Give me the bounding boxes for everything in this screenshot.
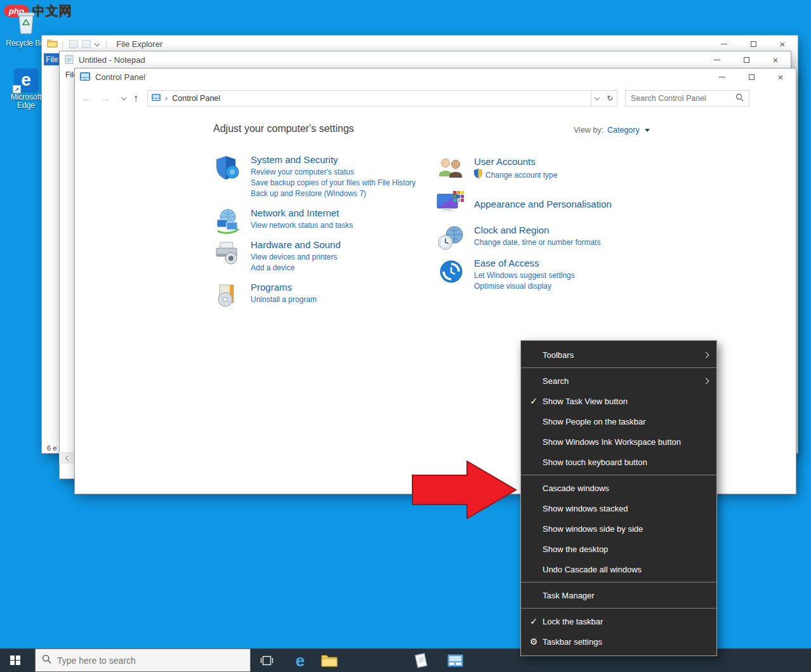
- forward-arrow-icon[interactable]: →: [100, 93, 110, 104]
- recent-pages-chevron-icon[interactable]: [121, 95, 126, 100]
- cp-minimize-button[interactable]: [708, 69, 737, 86]
- taskbar-notepad-icon[interactable]: [410, 649, 432, 672]
- category-ease-of-access: Ease of Access Let Windows suggest setti…: [437, 258, 575, 292]
- file-explorer-titlebar[interactable]: | | File Explorer ×: [42, 36, 798, 53]
- search-icon: [42, 654, 51, 666]
- taskbar-control-panel-icon[interactable]: [444, 649, 466, 672]
- fe-close-button[interactable]: ×: [768, 36, 797, 53]
- view-by-dropdown-icon[interactable]: [645, 129, 650, 132]
- menu-separator: [521, 608, 716, 609]
- menu-item-show-windows-stacked[interactable]: Show windows stacked: [521, 498, 716, 518]
- appearance-personalisation-icon[interactable]: [436, 189, 465, 218]
- taskbar-file-explorer-icon[interactable]: [319, 649, 340, 672]
- taskbar-search-input[interactable]: [57, 656, 244, 666]
- fe-status-text: 6 e: [47, 444, 56, 452]
- link-view-network-status[interactable]: View network status and tasks: [251, 220, 353, 231]
- edge-letter: e: [21, 70, 31, 90]
- menu-item-show-the-desktop[interactable]: Show the desktop: [521, 539, 716, 559]
- title-appearance-personalisation[interactable]: Appearance and Personalisation: [474, 199, 612, 209]
- notepad-titlebar[interactable]: Untitled - Notepad ×: [60, 51, 791, 69]
- menu-item-show-people[interactable]: Show People on the taskbar: [521, 411, 716, 432]
- menu-separator: [521, 367, 716, 368]
- category-network-and-internet: Network and Internet View network status…: [214, 208, 353, 238]
- link-optimise-visual-display[interactable]: Optimise visual display: [474, 281, 575, 292]
- fe-ribbon-file-tab[interactable]: File: [44, 53, 60, 65]
- menu-item-task-manager[interactable]: Task Manager: [521, 585, 716, 605]
- notepad-icon: [65, 54, 74, 66]
- link-file-history[interactable]: Save backup copies of your files with Fi…: [251, 178, 416, 188]
- task-view-button[interactable]: [256, 649, 277, 672]
- link-uninstall-a-program[interactable]: Uninstall a program: [251, 294, 317, 305]
- category-programs: Programs Uninstall a program: [214, 282, 317, 312]
- link-change-date-time[interactable]: Change date, time or number formats: [474, 237, 600, 248]
- taskbar-search-box[interactable]: [35, 649, 251, 672]
- title-clock-and-region[interactable]: Clock and Region: [474, 225, 600, 235]
- qat-customize-chevron-icon[interactable]: [95, 41, 100, 46]
- address-control-panel-icon: [152, 94, 161, 103]
- menu-item-lock-the-taskbar[interactable]: ✓ Lock the taskbar: [521, 611, 716, 631]
- user-accounts-icon[interactable]: [437, 156, 465, 184]
- menu-item-cascade-windows[interactable]: Cascade windows: [521, 478, 716, 498]
- menu-item-show-ink-workspace[interactable]: Show Windows Ink Workspace button: [521, 432, 716, 452]
- menu-item-toolbars[interactable]: Toolbars: [521, 345, 716, 365]
- file-explorer-title: File Explorer: [116, 39, 162, 49]
- refresh-button[interactable]: ↻: [603, 91, 617, 106]
- start-button[interactable]: [0, 649, 30, 672]
- title-network-and-internet[interactable]: Network and Internet: [251, 208, 353, 218]
- fe-maximize-button[interactable]: [739, 36, 768, 53]
- link-add-a-device[interactable]: Add a device: [251, 263, 341, 273]
- cp-search-input[interactable]: [631, 94, 735, 103]
- control-panel-icon: [80, 72, 90, 82]
- ease-of-access-icon[interactable]: [437, 258, 465, 292]
- network-internet-icon[interactable]: [214, 208, 242, 238]
- np-minimize-button[interactable]: [702, 51, 732, 69]
- back-arrow-icon[interactable]: ←: [81, 93, 91, 104]
- title-ease-of-access[interactable]: Ease of Access: [474, 258, 575, 268]
- programs-icon[interactable]: [214, 282, 242, 312]
- np-close-button[interactable]: ×: [761, 51, 790, 69]
- taskbar-edge-icon[interactable]: e: [289, 649, 311, 672]
- link-review-computer-status[interactable]: Review your computer's status: [251, 167, 416, 178]
- hardware-sound-icon[interactable]: [214, 239, 242, 273]
- submenu-arrow-icon: [703, 378, 709, 384]
- breadcrumb-control-panel[interactable]: Control Panel: [172, 94, 220, 103]
- address-bar[interactable]: › Control Panel: [147, 90, 591, 107]
- taskbar-context-menu: Toolbars Search ✓ Show Task View button …: [520, 340, 717, 656]
- system-security-icon[interactable]: [214, 154, 242, 199]
- fe-minimize-button[interactable]: [709, 36, 739, 53]
- title-programs[interactable]: Programs: [251, 282, 317, 293]
- cp-heading: Adjust your computer's settings: [213, 123, 354, 135]
- np-hscroll-left-button[interactable]: [59, 452, 75, 463]
- cp-search-box[interactable]: [625, 90, 749, 107]
- title-hardware-and-sound[interactable]: Hardware and Sound: [251, 239, 341, 250]
- shortcut-arrow-icon: ↗: [13, 85, 21, 93]
- qat-new-folder-icon[interactable]: [82, 40, 91, 48]
- submenu-arrow-icon: [703, 352, 709, 358]
- cp-titlebar[interactable]: Control Panel ×: [75, 69, 796, 86]
- title-system-and-security[interactable]: System and Security: [251, 154, 416, 165]
- clock-region-icon[interactable]: [437, 225, 465, 254]
- cp-close-button[interactable]: ×: [766, 69, 795, 86]
- menu-item-show-touch-keyboard[interactable]: Show touch keyboard button: [521, 452, 716, 472]
- view-by-value[interactable]: Category: [607, 126, 640, 135]
- cp-maximize-button[interactable]: [737, 69, 766, 86]
- link-backup-restore[interactable]: Back up and Restore (Windows 7): [251, 188, 416, 199]
- menu-item-show-windows-side-by-side[interactable]: Show windows side by side: [521, 518, 716, 539]
- title-user-accounts[interactable]: User Accounts: [474, 156, 557, 167]
- cp-title: Control Panel: [95, 72, 145, 82]
- link-change-account-type[interactable]: Change account type: [474, 169, 557, 181]
- notepad-title: Untitled - Notepad: [79, 55, 145, 65]
- link-view-devices-printers[interactable]: View devices and printers: [251, 252, 341, 263]
- annotation-arrow-icon: [412, 461, 517, 522]
- up-arrow-icon[interactable]: ↑: [133, 93, 138, 104]
- qat-properties-icon[interactable]: [69, 40, 78, 48]
- category-hardware-and-sound: Hardware and Sound View devices and prin…: [214, 239, 341, 273]
- menu-item-search[interactable]: Search: [521, 371, 716, 391]
- np-maximize-button[interactable]: [732, 51, 761, 69]
- menu-item-undo-cascade[interactable]: Undo Cascade all windows: [521, 559, 716, 579]
- breadcrumb-chevron: ›: [165, 93, 168, 103]
- address-dropdown-button[interactable]: [591, 91, 603, 106]
- menu-item-taskbar-settings[interactable]: ⚙ Taskbar settings: [521, 631, 716, 652]
- menu-item-show-task-view[interactable]: ✓ Show Task View button: [521, 391, 716, 411]
- link-windows-suggest-settings[interactable]: Let Windows suggest settings: [474, 270, 575, 281]
